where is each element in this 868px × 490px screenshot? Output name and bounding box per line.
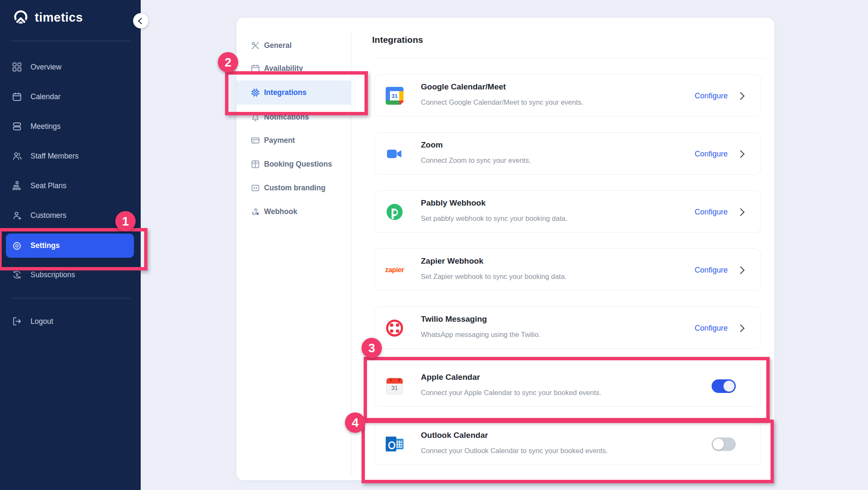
chevron-right-icon[interactable] [737, 150, 744, 158]
meetings-icon [12, 121, 22, 131]
tab-integrations[interactable]: Integrations [236, 83, 351, 102]
integration-name: Zapier Webhook [421, 256, 483, 266]
timetics-logo-icon [13, 9, 29, 25]
chevron-right-icon[interactable] [737, 266, 744, 274]
integration-description: WhatsApp messaging using the Twilio. [421, 331, 540, 339]
chevron-right-icon[interactable] [737, 208, 744, 216]
configure-link[interactable]: Configure [695, 150, 728, 159]
configure-link[interactable]: Configure [695, 266, 728, 275]
integration-card-zoom: Zoom Connect Zoom to sync your events. C… [374, 132, 761, 175]
toggle-knob [713, 439, 724, 450]
zapier-logo-icon: zapier [385, 261, 404, 279]
integration-name: Zoom [421, 140, 443, 150]
bell-icon [250, 112, 260, 122]
apple-calendar-toggle-on[interactable] [712, 379, 736, 393]
outlook-calendar-toggle-off[interactable] [712, 437, 736, 451]
sidebar-collapse-button[interactable] [133, 13, 148, 28]
integration-name: Pabbly Webhook [421, 198, 486, 208]
tab-payment[interactable]: Payment [236, 131, 351, 150]
sidebar-item-label: Customers [31, 211, 67, 220]
configure-link[interactable]: Configure [695, 208, 728, 217]
booking-questions-grid-icon [250, 159, 260, 169]
annotation-badge-2: 2 [218, 52, 238, 72]
sidebar-item-label: Settings [31, 241, 60, 250]
staff-members-icon [12, 151, 22, 161]
logout-icon [12, 316, 22, 326]
logo-text: timetics [35, 11, 83, 25]
sidebar-item-overview[interactable]: Overview [0, 58, 141, 76]
apple-calendar-icon: 31 [385, 377, 404, 395]
twilio-icon [385, 319, 404, 337]
integration-description: Connect Google Calendar/Meet to sync you… [421, 98, 583, 106]
google-calendar-icon: 31 [385, 86, 404, 105]
integration-name: Google Calendar/Meet [421, 82, 506, 92]
integration-name: Apple Calendar [421, 373, 480, 382]
outlook-icon [385, 435, 404, 454]
sidebar-item-label: Seat Plans [31, 181, 67, 190]
integration-card-twilio: Twilio Messaging WhatsApp messaging usin… [374, 306, 761, 349]
tab-notifications[interactable]: Notifications [236, 107, 351, 127]
calendar-icon [12, 92, 22, 102]
tab-label: Availability [264, 64, 303, 73]
svg-text:$: $ [16, 273, 18, 277]
settings-gear-icon [12, 241, 22, 251]
sidebar-item-settings[interactable]: Settings [6, 234, 134, 258]
sidebar-item-seat-plans[interactable]: Seat Plans [0, 176, 141, 195]
tab-label: Payment [264, 136, 295, 145]
sidebar-item-subscriptions[interactable]: $ Subscriptions [0, 265, 141, 284]
integration-card-zapier: zapier Zapier Webhook Set Zapier webhook… [374, 248, 761, 291]
integration-card-outlook-calendar: Outlook Calendar Connect your Outlook Ca… [374, 423, 761, 465]
integration-name: Outlook Calendar [421, 431, 488, 440]
sidebar-divider-bottom [11, 298, 130, 298]
availability-calendar-icon [250, 64, 260, 73]
sidebar-item-label: Meetings [31, 122, 61, 131]
zoom-video-icon [385, 145, 404, 163]
tab-label: Notifications [264, 113, 309, 122]
header-divider [372, 58, 765, 58]
sidebar-item-label: Staff Members [31, 152, 78, 161]
credit-card-icon [250, 136, 260, 145]
sidebar-item-customers[interactable]: Customers [0, 206, 141, 225]
sidebar-item-logout[interactable]: Logout [0, 312, 141, 331]
integration-description: Set pabbly webhook to sync your booking … [421, 214, 568, 223]
integration-description: Connect your Outlook Calendar to sync yo… [421, 447, 608, 455]
tab-custom-branding[interactable]: Custom branding [236, 178, 351, 198]
integration-name: Twilio Messaging [421, 315, 487, 324]
integration-card-pabbly: Pabbly Webhook Set pabbly webhook to syn… [374, 190, 761, 233]
chevron-right-icon[interactable] [737, 92, 744, 100]
page-title: Integrations [372, 35, 423, 45]
tools-icon [250, 41, 260, 50]
logo: timetics [13, 9, 83, 25]
tab-general[interactable]: General [236, 36, 351, 55]
tab-availability[interactable]: Availability [236, 58, 351, 78]
tab-label: Custom branding [264, 184, 326, 192]
configure-link[interactable]: Configure [695, 324, 728, 333]
app-window: timetics Overview Calendar [0, 0, 868, 490]
sidebar-item-calendar[interactable]: Calendar [0, 87, 141, 106]
overview-grid-icon [12, 62, 22, 72]
subscriptions-icon: $ [12, 270, 22, 280]
chevron-right-icon[interactable] [737, 324, 744, 332]
configure-link[interactable]: Configure [695, 92, 728, 100]
tab-label: Booking Questions [264, 160, 332, 169]
seat-plans-icon [12, 181, 22, 191]
tab-label: Integrations [264, 88, 306, 97]
sidebar-divider-top [11, 41, 130, 41]
tab-label: Webhook [264, 207, 297, 216]
toggle-knob [723, 381, 734, 392]
pabbly-icon [385, 203, 404, 221]
sidebar-item-staff-members[interactable]: Staff Members [0, 147, 141, 165]
integration-card-apple-calendar: 31 Apple Calendar Connect your Apple Cal… [374, 365, 761, 407]
customers-icon [12, 210, 22, 220]
tab-webhook[interactable]: Webhook [236, 202, 351, 221]
sidebar-item-label: Calendar [31, 92, 61, 101]
integration-card-google-calendar: 31 Google Calendar/Meet Connect Google C… [374, 74, 761, 117]
integration-description: Connect Zoom to sync your events. [421, 156, 531, 164]
tab-booking-questions[interactable]: Booking Questions [236, 154, 351, 174]
integrations-chip-icon [250, 88, 260, 97]
sidebar: timetics Overview Calendar [0, 0, 141, 490]
sidebar-item-label: Overview [31, 63, 61, 72]
tab-label: General [264, 41, 292, 50]
integration-description: Set Zapier webhook to sync your booking … [421, 273, 567, 281]
sidebar-item-meetings[interactable]: Meetings [0, 117, 141, 136]
